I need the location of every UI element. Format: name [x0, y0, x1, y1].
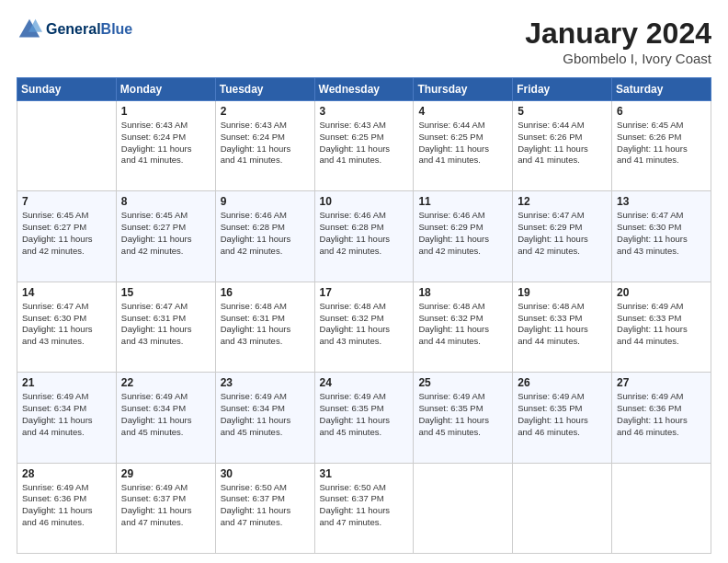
day-number: 15	[121, 286, 210, 299]
day-info: Sunrise: 6:49 AM Sunset: 6:35 PM Dayligh…	[418, 391, 507, 438]
main-title: January 2024	[525, 17, 711, 51]
day-number: 29	[121, 467, 210, 480]
table-row: 18Sunrise: 6:48 AM Sunset: 6:32 PM Dayli…	[414, 282, 513, 372]
day-info: Sunrise: 6:48 AM Sunset: 6:31 PM Dayligh…	[221, 301, 310, 348]
day-number: 14	[22, 286, 111, 299]
table-row	[414, 463, 513, 553]
day-number: 5	[518, 105, 607, 118]
day-info: Sunrise: 6:48 AM Sunset: 6:32 PM Dayligh…	[418, 301, 507, 348]
table-row	[513, 463, 612, 553]
day-info: Sunrise: 6:43 AM Sunset: 6:25 PM Dayligh…	[320, 120, 409, 167]
day-info: Sunrise: 6:49 AM Sunset: 6:34 PM Dayligh…	[221, 391, 310, 438]
day-info: Sunrise: 6:44 AM Sunset: 6:25 PM Dayligh…	[418, 120, 507, 167]
day-info: Sunrise: 6:48 AM Sunset: 6:32 PM Dayligh…	[320, 301, 409, 348]
day-number: 24	[320, 376, 409, 389]
header: GeneralBlue January 2024 Gbombelo I, Ivo…	[17, 17, 711, 66]
calendar-table: Sunday Monday Tuesday Wednesday Thursday…	[17, 77, 711, 554]
day-number: 2	[221, 105, 310, 118]
logo: GeneralBlue	[17, 17, 132, 42]
table-row: 22Sunrise: 6:49 AM Sunset: 6:34 PM Dayli…	[116, 373, 215, 463]
day-number: 30	[221, 467, 310, 480]
day-info: Sunrise: 6:47 AM Sunset: 6:30 PM Dayligh…	[22, 301, 111, 348]
day-info: Sunrise: 6:50 AM Sunset: 6:37 PM Dayligh…	[320, 482, 409, 529]
table-row: 14Sunrise: 6:47 AM Sunset: 6:30 PM Dayli…	[17, 282, 117, 372]
day-number: 7	[22, 195, 111, 208]
day-info: Sunrise: 6:49 AM Sunset: 6:37 PM Dayligh…	[121, 482, 210, 529]
day-info: Sunrise: 6:49 AM Sunset: 6:36 PM Dayligh…	[22, 482, 111, 529]
table-row: 31Sunrise: 6:50 AM Sunset: 6:37 PM Dayli…	[314, 463, 414, 553]
table-row: 7Sunrise: 6:45 AM Sunset: 6:27 PM Daylig…	[17, 191, 117, 282]
table-row: 26Sunrise: 6:49 AM Sunset: 6:35 PM Dayli…	[513, 373, 612, 463]
table-row: 20Sunrise: 6:49 AM Sunset: 6:33 PM Dayli…	[612, 282, 711, 372]
day-number: 23	[221, 376, 310, 389]
table-row: 27Sunrise: 6:49 AM Sunset: 6:36 PM Dayli…	[612, 373, 711, 463]
day-info: Sunrise: 6:50 AM Sunset: 6:37 PM Dayligh…	[221, 482, 310, 529]
col-saturday: Saturday	[612, 78, 711, 101]
logo-icon	[17, 17, 42, 42]
page: GeneralBlue January 2024 Gbombelo I, Ivo…	[0, 0, 728, 563]
subtitle: Gbombelo I, Ivory Coast	[525, 51, 711, 66]
title-block: January 2024 Gbombelo I, Ivory Coast	[525, 17, 711, 66]
table-row: 1Sunrise: 6:43 AM Sunset: 6:24 PM Daylig…	[116, 101, 215, 191]
day-number: 19	[518, 286, 607, 299]
day-number: 9	[221, 195, 310, 208]
day-number: 13	[617, 195, 706, 208]
table-row: 28Sunrise: 6:49 AM Sunset: 6:36 PM Dayli…	[17, 463, 117, 553]
col-tuesday: Tuesday	[215, 78, 314, 101]
day-number: 26	[518, 376, 607, 389]
day-number: 8	[121, 195, 210, 208]
day-number: 1	[121, 105, 210, 118]
day-info: Sunrise: 6:45 AM Sunset: 6:26 PM Dayligh…	[617, 120, 706, 167]
day-info: Sunrise: 6:43 AM Sunset: 6:24 PM Dayligh…	[121, 120, 210, 167]
day-info: Sunrise: 6:49 AM Sunset: 6:33 PM Dayligh…	[617, 301, 706, 348]
table-row: 9Sunrise: 6:46 AM Sunset: 6:28 PM Daylig…	[215, 191, 314, 282]
table-row: 15Sunrise: 6:47 AM Sunset: 6:31 PM Dayli…	[116, 282, 215, 372]
table-row: 4Sunrise: 6:44 AM Sunset: 6:25 PM Daylig…	[414, 101, 513, 191]
day-number: 20	[617, 286, 706, 299]
col-wednesday: Wednesday	[314, 78, 414, 101]
day-info: Sunrise: 6:47 AM Sunset: 6:30 PM Dayligh…	[617, 210, 706, 257]
day-number: 16	[221, 286, 310, 299]
col-friday: Friday	[513, 78, 612, 101]
day-number: 6	[617, 105, 706, 118]
day-info: Sunrise: 6:45 AM Sunset: 6:27 PM Dayligh…	[121, 210, 210, 257]
table-row: 24Sunrise: 6:49 AM Sunset: 6:35 PM Dayli…	[314, 373, 414, 463]
day-number: 18	[418, 286, 507, 299]
table-row: 16Sunrise: 6:48 AM Sunset: 6:31 PM Dayli…	[215, 282, 314, 372]
day-info: Sunrise: 6:49 AM Sunset: 6:34 PM Dayligh…	[121, 391, 210, 438]
logo-text: GeneralBlue	[46, 21, 132, 38]
day-number: 3	[320, 105, 409, 118]
day-number: 28	[22, 467, 111, 480]
day-info: Sunrise: 6:47 AM Sunset: 6:29 PM Dayligh…	[518, 210, 607, 257]
day-number: 31	[320, 467, 409, 480]
day-info: Sunrise: 6:48 AM Sunset: 6:33 PM Dayligh…	[518, 301, 607, 348]
day-number: 21	[22, 376, 111, 389]
calendar-week-row: 21Sunrise: 6:49 AM Sunset: 6:34 PM Dayli…	[17, 373, 711, 463]
day-number: 17	[320, 286, 409, 299]
col-thursday: Thursday	[414, 78, 513, 101]
table-row: 10Sunrise: 6:46 AM Sunset: 6:28 PM Dayli…	[314, 191, 414, 282]
table-row: 30Sunrise: 6:50 AM Sunset: 6:37 PM Dayli…	[215, 463, 314, 553]
calendar-header-row: Sunday Monday Tuesday Wednesday Thursday…	[17, 78, 711, 101]
calendar-week-row: 7Sunrise: 6:45 AM Sunset: 6:27 PM Daylig…	[17, 191, 711, 282]
day-info: Sunrise: 6:49 AM Sunset: 6:35 PM Dayligh…	[320, 391, 409, 438]
calendar-week-row: 1Sunrise: 6:43 AM Sunset: 6:24 PM Daylig…	[17, 101, 711, 191]
table-row: 2Sunrise: 6:43 AM Sunset: 6:24 PM Daylig…	[215, 101, 314, 191]
day-info: Sunrise: 6:49 AM Sunset: 6:36 PM Dayligh…	[617, 391, 706, 438]
day-info: Sunrise: 6:47 AM Sunset: 6:31 PM Dayligh…	[121, 301, 210, 348]
table-row: 19Sunrise: 6:48 AM Sunset: 6:33 PM Dayli…	[513, 282, 612, 372]
day-number: 22	[121, 376, 210, 389]
day-info: Sunrise: 6:46 AM Sunset: 6:28 PM Dayligh…	[320, 210, 409, 257]
table-row: 3Sunrise: 6:43 AM Sunset: 6:25 PM Daylig…	[314, 101, 414, 191]
table-row: 6Sunrise: 6:45 AM Sunset: 6:26 PM Daylig…	[612, 101, 711, 191]
table-row: 21Sunrise: 6:49 AM Sunset: 6:34 PM Dayli…	[17, 373, 117, 463]
day-number: 27	[617, 376, 706, 389]
table-row	[612, 463, 711, 553]
table-row: 13Sunrise: 6:47 AM Sunset: 6:30 PM Dayli…	[612, 191, 711, 282]
table-row: 12Sunrise: 6:47 AM Sunset: 6:29 PM Dayli…	[513, 191, 612, 282]
day-info: Sunrise: 6:49 AM Sunset: 6:35 PM Dayligh…	[518, 391, 607, 438]
table-row	[17, 101, 117, 191]
col-sunday: Sunday	[17, 78, 117, 101]
day-number: 11	[418, 195, 507, 208]
table-row: 23Sunrise: 6:49 AM Sunset: 6:34 PM Dayli…	[215, 373, 314, 463]
